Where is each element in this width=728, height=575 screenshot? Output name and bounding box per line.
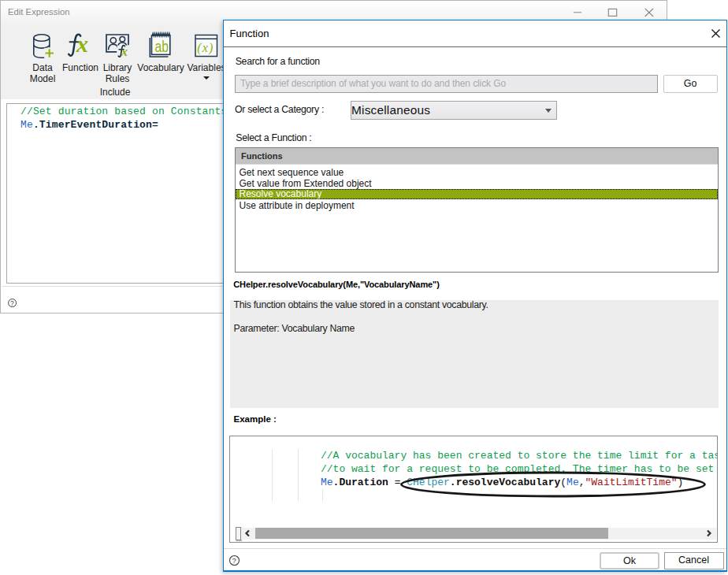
svg-text:x: x xyxy=(76,32,88,57)
svg-text:?: ? xyxy=(232,556,236,565)
svg-text:?: ? xyxy=(10,299,14,307)
svg-text:(x): (x) xyxy=(197,41,214,55)
svg-text:x: x xyxy=(121,44,128,59)
svg-text:ab: ab xyxy=(155,38,169,55)
